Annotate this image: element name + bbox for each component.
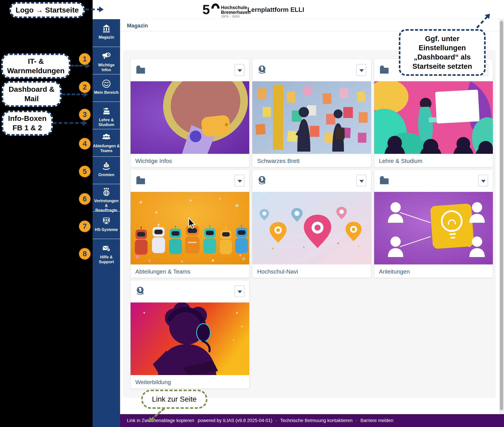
sidebar-item-mein-bereich[interactable]: Mein Bereich xyxy=(93,74,120,101)
card-title[interactable]: Anleitungen xyxy=(379,268,410,275)
page: 50 5 Hochschule Bremerhaven 1975 - 2025 … xyxy=(0,0,504,427)
card-image-hochschul-navi[interactable] xyxy=(252,192,371,264)
chevron-down-icon xyxy=(359,69,364,72)
callout-dashboard-mail: Dashboard & Mail xyxy=(2,81,62,107)
top-bar: 50 5 Hochschule Bremerhaven 1975 - 2025 … xyxy=(93,0,504,19)
callout-text: Info-Boxen FB 1 & 2 xyxy=(8,114,47,133)
logo-years: 1975 - 2025 xyxy=(221,15,240,18)
weblink-icon xyxy=(257,175,268,185)
card-actions-dropdown[interactable] xyxy=(356,64,366,76)
footer-copy-link[interactable]: Link in Zwischenablage kopieren xyxy=(127,418,194,423)
folder-icon xyxy=(379,175,390,185)
card-actions-dropdown[interactable] xyxy=(478,175,488,186)
callout-logo-startseite: Logo → Startseite xyxy=(9,2,85,18)
sidebar-item-gremien[interactable]: Gremien xyxy=(93,156,120,184)
card-title[interactable]: Wichtige Infos xyxy=(135,158,172,164)
logo-5-glyph: 5 xyxy=(202,2,212,17)
monitor-icon: ✱✱✱ xyxy=(101,216,111,226)
annotation-number-8: 8 xyxy=(79,248,91,260)
globe-people-icon xyxy=(101,187,111,197)
bank-icon xyxy=(101,24,111,33)
card-image-anleitungen[interactable] xyxy=(374,192,493,264)
card-header xyxy=(131,59,249,81)
card-wichtige-infos[interactable]: Wichtige Infos xyxy=(130,59,249,167)
card-title[interactable]: Weiterbildung xyxy=(135,379,171,386)
sidebar-item-vertretungen-beauftragte[interactable]: Vertretungen & Beauftragte xyxy=(93,184,120,211)
card-header xyxy=(252,59,371,81)
callout-text: IT- & Warnmeldungen xyxy=(7,57,64,76)
card-actions-dropdown[interactable] xyxy=(356,175,366,186)
mouse-cursor xyxy=(188,217,196,229)
footer-report-barrier-link[interactable]: Barriere melden xyxy=(360,418,393,423)
card-anleitungen[interactable]: Anleitungen xyxy=(374,169,493,278)
folder-icon xyxy=(135,65,146,75)
arrow-head xyxy=(99,7,104,12)
people-icon xyxy=(101,132,111,142)
card-actions-dropdown[interactable] xyxy=(234,175,244,186)
annotation-number-6: 6 xyxy=(79,193,91,205)
chevron-down-icon xyxy=(238,290,242,293)
sidebar-item-label: Lehre & Studium xyxy=(93,118,120,127)
folder-icon xyxy=(135,175,146,185)
card-image-schwarzes-brett[interactable] xyxy=(252,81,371,154)
folder-icon xyxy=(379,65,390,75)
callout-info-boxen: Info-Boxen FB 1 & 2 xyxy=(2,111,53,136)
footer-bar: Link in Zwischenablage kopieren powered … xyxy=(120,414,504,427)
callout-text: Logo → Startseite xyxy=(16,5,79,15)
sidebar-item-label: Vertretungen & Beauftragte xyxy=(93,198,120,213)
books-icon xyxy=(101,106,111,116)
annotation-number-7: 7 xyxy=(79,221,91,232)
card-title[interactable]: Lehre & Studium xyxy=(379,158,422,164)
sidebar-item-magazin[interactable]: Magazin xyxy=(93,19,120,47)
chevron-down-icon xyxy=(238,69,242,72)
committee-icon xyxy=(101,161,111,171)
chevron-down-icon xyxy=(238,180,242,183)
callout-text: Dashboard & Mail xyxy=(8,84,54,103)
callout-text: Link zur Seite xyxy=(152,394,197,404)
sidebar-item-label: Magazin xyxy=(93,35,120,40)
callout-dashboard-startseite: Ggf. unter Einstellungen „Dashboard“ als… xyxy=(399,29,486,76)
card-actions-dropdown[interactable] xyxy=(234,64,244,76)
callout-link-zur-seite: Link zur Seite xyxy=(141,390,207,409)
chevron-down-icon xyxy=(359,180,364,183)
scrollbar-thumb[interactable] xyxy=(500,21,503,410)
sidebar-item-hs-systeme[interactable]: ✱✱✱ HS-Systeme xyxy=(93,211,120,239)
card-weiterbildung[interactable]: Weiterbildung xyxy=(130,280,249,389)
annotation-number-1: 1 xyxy=(79,53,91,65)
svg-text:?: ? xyxy=(108,249,109,251)
card-header xyxy=(374,170,493,192)
card-title[interactable]: Schwarzes Brett xyxy=(257,158,300,164)
sidebar: Magazin Wichtige Infos Mein Bereich Lehr… xyxy=(93,19,120,427)
weblink-icon xyxy=(257,65,268,75)
card-schwarzes-brett[interactable]: Schwarzes Brett xyxy=(252,59,371,167)
weblink-icon xyxy=(135,286,146,296)
sidebar-item-wichtige-infos[interactable]: Wichtige Infos xyxy=(93,47,120,74)
page-title: Lernplattform ELLI xyxy=(247,6,304,13)
sidebar-item-label: Mein Bereich xyxy=(93,90,120,95)
sidebar-item-label: Hilfe & Support xyxy=(93,255,120,264)
footer-separator: · xyxy=(356,418,357,423)
annotation-number-3: 3 xyxy=(79,109,91,120)
card-image-wichtige-infos[interactable] xyxy=(131,81,249,154)
footer-support-link[interactable]: Technische Betreuung kontaktieren xyxy=(280,418,353,423)
card-image-weiterbildung[interactable] xyxy=(131,303,249,375)
sidebar-item-abteilungen-teams[interactable]: Abteilungen & Teams xyxy=(93,129,120,156)
chevron-down-icon xyxy=(481,180,486,183)
mail-help-icon: ? xyxy=(101,244,111,253)
annotation-number-2: 2 xyxy=(79,81,91,93)
sidebar-item-label: Gremien xyxy=(93,173,120,177)
sidebar-item-hilfe-support[interactable]: ? Hilfe & Support xyxy=(93,239,120,266)
callout-it-warnmeldungen: IT- & Warnmeldungen xyxy=(1,53,70,78)
logo-hochschule-bremerhaven[interactable]: 50 5 Hochschule Bremerhaven 1975 - 2025 xyxy=(202,1,254,18)
arrow-line xyxy=(62,93,85,95)
card-title[interactable]: Abteilungen & Teams xyxy=(135,268,190,275)
card-image-lehre-studium[interactable] xyxy=(374,81,493,154)
card-hochschul-navi[interactable]: Hochschul-Navi xyxy=(252,169,371,278)
breadcrumb[interactable]: Magazin xyxy=(127,23,148,29)
card-title[interactable]: Hochschul-Navi xyxy=(257,268,298,275)
card-actions-dropdown[interactable] xyxy=(234,285,244,297)
footer-powered-by: powered by ILIAS (v9.8 2025-04-01) xyxy=(198,418,272,423)
arrow-head xyxy=(83,120,87,126)
sidebar-item-lehre-studium[interactable]: Lehre & Studium xyxy=(93,101,120,129)
sidebar-item-label: Abteilungen & Teams xyxy=(93,144,120,153)
